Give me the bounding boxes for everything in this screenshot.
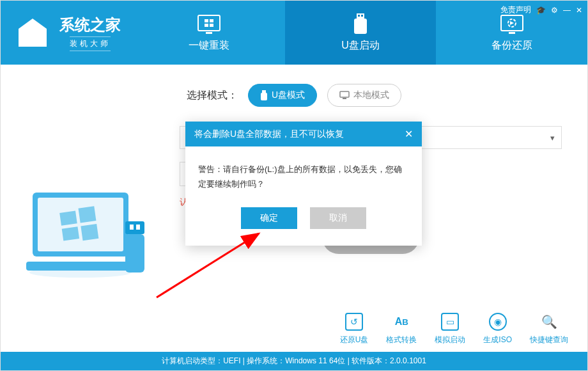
chevron-down-icon: ▾ [550, 133, 555, 143]
tool-convert[interactable]: AB 格式转换 [386, 313, 417, 345]
mode-row: 选择模式： U盘模式 本地模式 [26, 84, 562, 107]
svg-rect-3 [358, 15, 360, 17]
mode-label: 选择模式： [187, 89, 238, 102]
tab-backup-label: 备份还原 [491, 39, 532, 52]
dialog-body: 警告：请自行备份(L:)盘上的所有数据，以免丢失，您确定要继续制作吗？ [185, 146, 422, 207]
tab-reinstall-label: 一键重装 [189, 39, 229, 52]
status-text: 计算机启动类型：UEFI | 操作系统：Windows 11 64位 | 软件版… [162, 356, 426, 365]
dialog-close-icon[interactable]: ✕ [405, 128, 413, 140]
status-bar: 计算机启动类型：UEFI | 操作系统：Windows 11 64位 | 软件版… [1, 352, 587, 370]
titlebar-controls: 免责声明 🎓 ⚙ — ✕ [500, 4, 582, 15]
svg-rect-4 [361, 15, 363, 17]
shortcuts-icon: 🔍 [540, 313, 558, 331]
dialog-ok-button[interactable]: 确定 [241, 207, 297, 229]
svg-rect-9 [262, 90, 266, 93]
tool-restore-label: 还原U盘 [340, 335, 369, 345]
tab-reinstall[interactable]: 一键重装 [134, 1, 285, 65]
monitor-small-icon [339, 91, 350, 100]
svg-rect-5 [354, 19, 367, 34]
svg-rect-12 [343, 98, 346, 99]
hat-icon[interactable]: 🎓 [536, 6, 546, 15]
minimize-icon[interactable]: — [563, 6, 571, 15]
app-header: 免责声明 🎓 ⚙ — ✕ 系统之家 装机大师 一键重装 U盘启动 [1, 1, 587, 65]
svg-rect-0 [198, 15, 220, 31]
tool-simulate[interactable]: ▭ 模拟启动 [435, 313, 465, 345]
tool-shortcuts-label: 快捷键查询 [530, 335, 568, 345]
svg-rect-16 [26, 262, 135, 271]
svg-rect-14 [38, 198, 123, 251]
tab-usb-label: U盘启动 [341, 39, 380, 52]
simulate-icon: ▭ [441, 313, 459, 331]
svg-rect-19 [130, 225, 134, 230]
dialog-title: 将会删除U盘全部数据，且不可以恢复 [194, 129, 344, 140]
logo-area: 系统之家 装机大师 [1, 1, 134, 65]
tool-restore[interactable]: ↺ 还原U盘 [340, 313, 369, 345]
mode-local-button[interactable]: 本地模式 [327, 84, 401, 107]
tool-iso-label: 生成ISO [483, 335, 512, 345]
bottom-tools: ↺ 还原U盘 AB 格式转换 ▭ 模拟启动 ◉ 生成ISO 🔍 快捷键查询 [340, 313, 568, 345]
dialog-cancel-button[interactable]: 取消 [310, 207, 366, 229]
logo-icon [13, 13, 52, 52]
svg-rect-17 [125, 221, 144, 234]
svg-rect-11 [340, 91, 349, 97]
usb-icon [348, 13, 373, 35]
restore-icon: ↺ [345, 313, 363, 331]
dialog-header: 将会删除U盘全部数据，且不可以恢复 ✕ [185, 122, 422, 146]
usb-small-icon [260, 90, 268, 100]
svg-rect-2 [357, 13, 364, 19]
settings-icon[interactable]: ⚙ [551, 6, 558, 15]
close-icon[interactable]: ✕ [576, 6, 582, 15]
tool-shortcuts[interactable]: 🔍 快捷键查询 [530, 313, 568, 345]
disclaimer-link[interactable]: 免责声明 [500, 4, 531, 15]
mode-usb-button[interactable]: U盘模式 [248, 84, 317, 107]
svg-rect-18 [125, 234, 144, 272]
backup-icon [499, 13, 525, 35]
tab-usb[interactable]: U盘启动 [285, 1, 437, 65]
logo-text: 系统之家 装机大师 [59, 15, 121, 51]
tool-simulate-label: 模拟启动 [435, 335, 465, 345]
tool-convert-label: 格式转换 [386, 335, 417, 345]
tool-iso[interactable]: ◉ 生成ISO [483, 313, 512, 345]
iso-icon: ◉ [489, 313, 507, 331]
convert-icon: AB [392, 313, 410, 331]
svg-rect-10 [261, 93, 267, 100]
svg-rect-7 [509, 32, 515, 34]
confirm-dialog: 将会删除U盘全部数据，且不可以恢复 ✕ 警告：请自行备份(L:)盘上的所有数据，… [185, 122, 422, 246]
mode-local-label: 本地模式 [353, 90, 389, 101]
brand-subtitle: 装机大师 [70, 36, 111, 51]
svg-rect-1 [206, 32, 212, 34]
svg-rect-20 [136, 225, 140, 230]
brand-title: 系统之家 [59, 15, 121, 35]
dialog-footer: 确定 取消 [185, 207, 422, 246]
illustration [26, 186, 154, 291]
reinstall-icon [196, 13, 222, 35]
mode-usb-label: U盘模式 [272, 90, 305, 101]
